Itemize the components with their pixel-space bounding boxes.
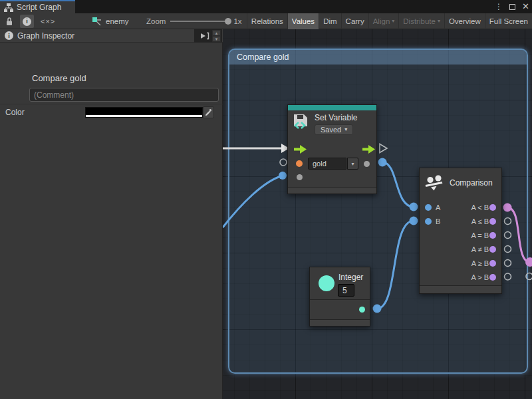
tab-script-graph[interactable]: Script Graph — [0, 0, 75, 13]
flow-in-port[interactable] — [294, 145, 307, 154]
output-equal-port[interactable] — [489, 232, 496, 239]
align-button[interactable]: Align ▾ — [368, 13, 399, 29]
toolbar-buttons: Relations Values Dim Carry Align ▾ Distr… — [247, 13, 532, 29]
graph-breadcrumb[interactable]: enemy — [92, 13, 129, 29]
carry-label: Carry — [346, 17, 364, 25]
node-title: Integer — [338, 273, 363, 282]
node-integer[interactable]: Integer 5 — [309, 267, 370, 327]
output-lessequal-label: A ≤ B — [471, 217, 489, 225]
port-point-setvariable-name[interactable] — [280, 159, 287, 166]
node-comparison[interactable]: Comparison A A < B B A ≤ B A = B A ≠ B — [419, 168, 502, 294]
wire-setvariable-to-a — [382, 162, 414, 207]
port-point-lessequal[interactable] — [505, 218, 511, 225]
output-notequal-port[interactable] — [489, 246, 496, 253]
port-point-less-out[interactable] — [503, 203, 512, 212]
chevron-down-icon: ▾ — [438, 19, 440, 24]
output-notequal-label: A ≠ B — [471, 245, 489, 253]
output-equal-label: A = B — [471, 231, 489, 239]
variable-scope-dropdown[interactable]: Saved ▾ — [315, 124, 353, 135]
inspector-divider — [0, 104, 223, 104]
toolbar-left-group: i <×> — [3, 13, 58, 29]
save-variable-icon — [292, 113, 309, 131]
input-a-port[interactable] — [425, 204, 432, 211]
port-point-setvariable-out[interactable] — [378, 158, 387, 167]
comparison-row: A ≥ B — [420, 258, 503, 269]
port-point-equal[interactable] — [505, 232, 511, 239]
variable-name-dropdown[interactable]: gold — [308, 158, 346, 170]
values-button[interactable]: Values — [287, 13, 319, 29]
window-menu-icon[interactable]: ⋮ — [495, 0, 503, 13]
port-point-comparison-b[interactable] — [410, 217, 418, 225]
lock-button[interactable] — [3, 15, 16, 28]
chevron-down-icon: ▾ — [344, 127, 347, 132]
spinner-down-button[interactable]: ▼ — [212, 36, 221, 42]
port-point-comparison-a[interactable] — [410, 203, 418, 211]
port-point-notequal[interactable] — [505, 246, 511, 253]
graph-inspector-panel: i Graph Inspector ▲ ▼ Compare gold Color — [0, 29, 223, 399]
comparison-header: Comparison — [425, 174, 493, 191]
eyedropper-button[interactable] — [203, 106, 214, 118]
chevron-down-icon: ▾ — [351, 161, 354, 167]
port-point-offscreen-in[interactable] — [525, 257, 532, 267]
lock-icon — [5, 17, 13, 26]
inspect-toggle-button[interactable]: i — [20, 15, 34, 28]
output-greater-port[interactable] — [489, 274, 496, 281]
dock-panel-button[interactable] — [200, 32, 210, 40]
output-lessequal-port[interactable] — [489, 218, 496, 225]
relations-button[interactable]: Relations — [247, 13, 287, 29]
node-title: Set Variable — [315, 113, 357, 122]
port-point-integer-out[interactable] — [373, 305, 382, 313]
node-footer — [310, 319, 370, 326]
values-label: Values — [292, 17, 315, 25]
node-color-bar — [288, 105, 376, 110]
node-title: Comparison — [450, 178, 493, 188]
port-point-offscreen-2[interactable] — [526, 273, 532, 280]
integer-icon — [319, 275, 334, 291]
overview-button[interactable]: Overview — [444, 13, 485, 29]
alpha-bar — [86, 115, 202, 117]
integer-output-port[interactable] — [359, 307, 365, 313]
spinner-up-button[interactable]: ▲ — [212, 30, 221, 36]
maximize-icon[interactable] — [509, 4, 515, 10]
port-point-greaterequal[interactable] — [505, 260, 511, 267]
fullscreen-button[interactable]: Full Screen — [485, 13, 532, 29]
input-b-port[interactable] — [425, 218, 432, 225]
output-less-port[interactable] — [489, 204, 496, 211]
variable-name-caret[interactable]: ▾ — [347, 158, 358, 170]
graph-inspector-title: Graph Inspector — [17, 31, 74, 41]
port-point-flow-out[interactable] — [380, 144, 387, 153]
graph-asset-icon — [92, 17, 102, 26]
zoom-label: Zoom — [146, 17, 166, 25]
wire-setvariable-value-in — [223, 176, 283, 227]
port-point-greater[interactable] — [505, 273, 511, 280]
node-set-variable[interactable]: Set Variable Saved ▾ gold ▾ — [287, 104, 377, 194]
wire-integer-to-b — [377, 221, 414, 309]
zoom-slider-handle[interactable] — [225, 18, 231, 25]
integer-value-input[interactable]: 5 — [338, 284, 354, 297]
zoom-slider[interactable] — [170, 21, 229, 22]
graph-toolbar: i <×> enemy Zoom 1x Relations V — [0, 13, 532, 29]
variable-value-port[interactable] — [297, 174, 303, 180]
output-greaterequal-port[interactable] — [489, 260, 496, 267]
dim-button[interactable]: Dim — [319, 13, 340, 29]
port-point-setvariable-value-in[interactable] — [279, 172, 287, 180]
carry-button[interactable]: Carry — [341, 13, 368, 29]
color-swatch[interactable] — [85, 107, 203, 118]
distribute-button[interactable]: Distribute ▾ — [398, 13, 444, 29]
code-icon: <×> — [41, 17, 55, 25]
relations-label: Relations — [251, 17, 283, 25]
inspector-header-controls: ▲ ▼ — [194, 29, 222, 43]
overview-label: Overview — [449, 17, 481, 25]
comparison-row: A A < B — [420, 202, 503, 213]
integer-value: 5 — [342, 286, 347, 295]
code-view-button[interactable]: <×> — [38, 15, 58, 28]
close-icon[interactable]: ✕ — [522, 0, 529, 13]
comment-input[interactable] — [29, 88, 219, 102]
flow-out-port[interactable] — [362, 145, 375, 154]
info-icon: i — [23, 17, 31, 26]
output-less-label: A < B — [471, 203, 489, 211]
distribute-label: Distribute — [403, 17, 436, 25]
variable-output-port[interactable] — [364, 161, 370, 167]
graph-canvas[interactable]: Compare gold — [223, 29, 532, 399]
variable-name-port[interactable] — [296, 160, 303, 167]
